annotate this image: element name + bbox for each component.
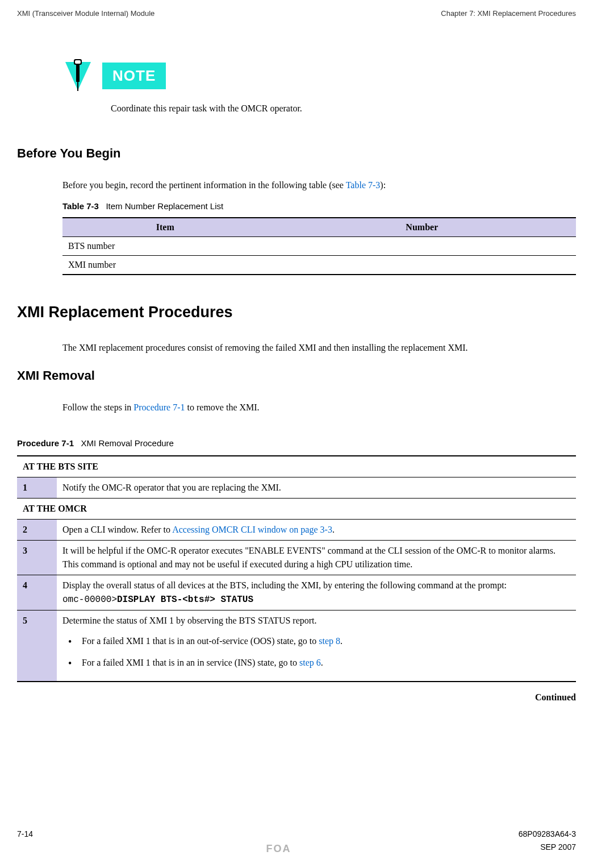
svg-rect-2 [75, 60, 81, 64]
col-header-number: Number [268, 218, 576, 237]
procedure-table: AT THE BTS SITE 1 Notify the OMC-R opera… [17, 455, 576, 682]
table-row: 5 Determine the status of XMI 1 by obser… [17, 610, 576, 682]
step-number: 5 [17, 610, 57, 682]
text: . [321, 658, 323, 667]
link-procedure-7-1[interactable]: Procedure 7-1 [133, 402, 185, 412]
step-number: 1 [17, 477, 57, 499]
table-row: 3 It will be helpful if the OMC-R operat… [17, 541, 576, 575]
cell-number [268, 256, 576, 275]
step-number: 4 [17, 575, 57, 610]
note-badge: NOTE [102, 63, 166, 89]
text: Follow the steps in [62, 402, 133, 412]
xmi-removal-intro: Follow the steps in Procedure 7-1 to rem… [62, 401, 576, 414]
pushpin-icon [62, 59, 94, 93]
table-row: BTS number [62, 237, 576, 256]
caption-title: XMI Removal Procedure [81, 438, 174, 448]
step-text: Open a CLI window. Refer to Accessing OM… [57, 520, 576, 541]
table-row: 1 Notify the OMC-R operator that you are… [17, 477, 576, 499]
note-graphic: NOTE [62, 59, 576, 93]
item-number-table: Item Number BTS number XMI number [62, 217, 576, 275]
section-title: AT THE BTS SITE [17, 456, 576, 477]
footer-foa: FOA [266, 841, 291, 857]
link-accessing-omcr-cli[interactable]: Accessing OMCR CLI window on page 3-3 [172, 525, 332, 534]
table-row: XMI number [62, 256, 576, 275]
text: Before you begin, record the pertinent i… [62, 180, 346, 190]
procedure-7-1-caption: Procedure 7-1 XMI Removal Procedure [17, 437, 576, 450]
page-header: XMI (Transceiver Module Internal) Module… [17, 8, 576, 19]
step-text: Display the overall status of all device… [57, 575, 576, 610]
step-number: 2 [17, 520, 57, 541]
step-text: Determine the status of XMI 1 by observi… [57, 610, 576, 682]
continued-label: Continued [17, 691, 576, 704]
text: Open a CLI window. Refer to [62, 525, 172, 534]
caption-label: Procedure 7-1 [17, 438, 74, 448]
text: . [332, 525, 335, 534]
before-begin-intro: Before you begin, record the pertinent i… [62, 178, 576, 192]
cell-item: BTS number [62, 237, 268, 256]
text: ): [380, 180, 386, 190]
step-text: It will be helpful if the OMC-R operator… [57, 541, 576, 575]
table-7-3-caption: Table 7-3 Item Number Replacement List [62, 200, 576, 213]
note-callout: NOTE Coordinate this repair task with th… [62, 59, 576, 115]
bullet-list: For a failed XMI 1 that is in an out-of-… [62, 634, 570, 670]
table-row: 4 Display the overall status of all devi… [17, 575, 576, 610]
caption-label: Table 7-3 [62, 201, 99, 211]
list-item: For a failed XMI 1 that is in an out-of-… [62, 634, 570, 648]
svg-rect-3 [76, 65, 80, 82]
note-text: Coordinate this repair task with the OMC… [111, 102, 576, 115]
col-header-item: Item [62, 218, 268, 237]
caption-title: Item Number Replacement List [106, 201, 223, 211]
footer-doc-number: 68P09283A64-3 [519, 828, 576, 840]
link-step-8[interactable]: step 8 [319, 636, 340, 646]
page-footer: 7-14 68P09283A64-3 FOA SEP 2007 [17, 828, 576, 857]
heading-before-you-begin: Before You Begin [17, 144, 576, 163]
xmi-proc-intro: The XMI replacement procedures consist o… [62, 341, 576, 355]
cell-item: XMI number [62, 256, 268, 275]
text: Determine the status of XMI 1 by observi… [62, 614, 570, 628]
step-text: Notify the OMC-R operator that you are r… [57, 477, 576, 499]
cli-command: DISPLAY BTS-<bts#> STATUS [117, 595, 253, 605]
table-row: 2 Open a CLI window. Refer to Accessing … [17, 520, 576, 541]
text: For a failed XMI 1 that is in an in serv… [82, 658, 299, 667]
cli-prompt: omc-00000> [62, 595, 117, 605]
header-left: XMI (Transceiver Module Internal) Module [17, 8, 154, 19]
table-section-header: AT THE BTS SITE [17, 456, 576, 477]
footer-date: SEP 2007 [540, 841, 576, 857]
text: For a failed XMI 1 that is in an out-of-… [82, 636, 319, 646]
link-step-6[interactable]: step 6 [299, 658, 321, 667]
link-table-7-3[interactable]: Table 7-3 [346, 180, 381, 190]
list-item: For a failed XMI 1 that is in an in serv… [62, 656, 570, 670]
section-title: AT THE OMCR [17, 499, 576, 520]
cell-number [268, 237, 576, 256]
heading-xmi-removal: XMI Removal [17, 366, 576, 385]
footer-page-number: 7-14 [17, 828, 33, 840]
heading-xmi-replacement-procedures: XMI Replacement Procedures [17, 301, 576, 324]
text: Display the overall status of all device… [62, 579, 570, 592]
step-number: 3 [17, 541, 57, 575]
text: . [340, 636, 343, 646]
header-right: Chapter 7: XMI Replacement Procedures [441, 8, 576, 19]
text: to remove the XMI. [185, 402, 260, 412]
table-section-header: AT THE OMCR [17, 499, 576, 520]
